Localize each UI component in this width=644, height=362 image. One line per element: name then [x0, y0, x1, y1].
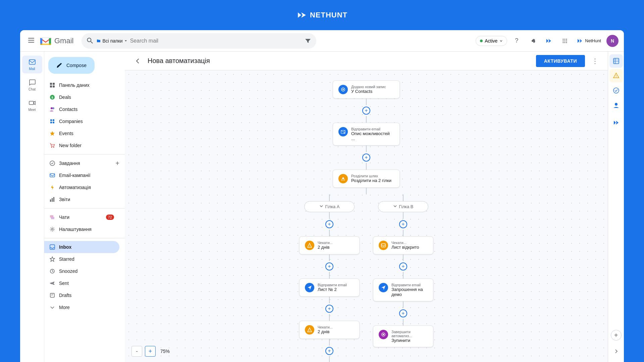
chat-label: Chat — [29, 87, 36, 91]
hamburger-button[interactable] — [25, 35, 37, 47]
nav-sent[interactable]: Sent — [44, 277, 119, 289]
right-panel-check-icon[interactable] — [609, 84, 623, 97]
svg-rect-42 — [50, 245, 55, 249]
gear-icon — [529, 38, 536, 44]
branch-a-add-3[interactable]: + — [325, 305, 333, 313]
settings-button[interactable] — [526, 34, 539, 48]
nav-more[interactable]: More — [44, 301, 119, 313]
svg-point-11 — [565, 40, 566, 41]
svg-rect-55 — [613, 58, 619, 64]
nav-drafts-label: Drafts — [59, 293, 71, 298]
split-title: Розділити на 2 гілки — [351, 178, 394, 183]
nav-inbox-label: Inbox — [59, 244, 71, 250]
right-panel-add-button[interactable]: + — [611, 330, 622, 341]
automation-canvas[interactable]: Додано новий запис У Contacts + — [125, 70, 608, 362]
avatar[interactable]: N — [606, 35, 619, 47]
send-email-b-node[interactable]: Відправити email Запрошення на демо — [373, 279, 433, 301]
wait-b1-node[interactable]: Чекати... Лист відкрито — [373, 236, 433, 254]
search-input[interactable] — [130, 38, 303, 44]
nav-starred-label: Starred — [59, 256, 74, 262]
end-b-node[interactable]: Завершити автоматиз... Зупинити — [373, 325, 433, 347]
branch-a-add-2[interactable]: + — [325, 262, 333, 270]
send-email-node-1[interactable]: Відправити email Опис можливостей ... — [333, 123, 400, 145]
wait-a2-node[interactable]: ! Чекати... 2 днів — [299, 321, 360, 339]
right-panel-person-icon[interactable] — [609, 99, 623, 112]
trigger-node[interactable]: Додано новий запис У Contacts — [333, 80, 400, 99]
svg-point-58 — [613, 88, 619, 93]
nethunt-logo: NETHUNT — [297, 10, 347, 20]
grid-icon — [50, 82, 55, 88]
sidebar-item-chat[interactable]: Chat — [22, 76, 42, 94]
right-panel-nethunt-icon[interactable] — [609, 116, 623, 129]
send-email-a2-node[interactable]: Відправити email Лист № 2 — [299, 279, 360, 297]
nav-reports[interactable]: Звіти — [44, 193, 119, 205]
nav-contacts[interactable]: Contacts — [44, 103, 119, 115]
nav-starred[interactable]: Starred — [44, 253, 119, 265]
add-btn-2[interactable]: + — [362, 154, 370, 162]
nav-inbox[interactable]: Inbox — [44, 241, 119, 253]
sidebar-item-mail[interactable]: Mail — [22, 56, 42, 73]
flow-container: Додано новий запис У Contacts + — [299, 80, 433, 362]
compose-button[interactable]: Compose — [48, 57, 95, 74]
zoom-in-button[interactable]: + — [145, 346, 156, 357]
nav-snoozed-label: Snoozed — [59, 268, 77, 274]
nav-snoozed[interactable]: Snoozed — [44, 265, 119, 277]
branch-b-add-3[interactable]: + — [399, 309, 407, 317]
add-btn-1[interactable]: + — [362, 107, 370, 115]
nav-tasks[interactable]: Завдання + — [44, 157, 125, 169]
trigger-icon — [338, 85, 348, 94]
branch-a-conn7 — [329, 339, 330, 346]
nethunt-btn-label: NetHunt — [585, 38, 601, 43]
svg-rect-26 — [50, 119, 52, 121]
search-bar: Всі папки — [82, 33, 316, 49]
all-folders-button[interactable]: Всі папки — [96, 38, 127, 44]
branch-a-add-1[interactable]: + — [325, 220, 333, 228]
zoom-out-button[interactable]: - — [131, 346, 142, 357]
branch-a-add-4[interactable]: + — [325, 347, 333, 355]
apps-button[interactable] — [558, 34, 572, 48]
wait-a1-node[interactable]: ! Чекати... 2 днів — [299, 236, 360, 254]
activate-button[interactable]: АКТИВУВАТИ — [536, 55, 585, 67]
sidebar-item-meet[interactable]: Meet — [22, 97, 42, 114]
help-button[interactable]: ? — [510, 34, 523, 48]
nav-email-campaigns[interactable]: Email-кампанії — [44, 169, 119, 181]
nav-dashboard[interactable]: Панель даних — [44, 79, 119, 91]
branch-b-conn4 — [403, 272, 404, 279]
svg-rect-17 — [29, 101, 34, 105]
svg-text:!: ! — [309, 329, 310, 332]
nav-deals[interactable]: $ Deals — [44, 91, 119, 103]
branch-a-button[interactable]: Гілка А — [304, 201, 355, 212]
branch-b-button[interactable]: Гілка B — [378, 201, 428, 212]
nethunt-icon — [545, 38, 552, 44]
nethunt-account-button[interactable]: NetHunt — [574, 37, 604, 45]
right-panel-scroll-right[interactable] — [609, 345, 623, 358]
active-status-badge[interactable]: Active — [476, 36, 507, 46]
more-options-button[interactable]: ⋮ — [589, 55, 601, 67]
nav-drafts[interactable]: Drafts — [44, 289, 119, 301]
send-email-a2-icon — [305, 283, 314, 292]
nav-chats-label: Чати — [59, 215, 69, 220]
branch-b-add-2[interactable]: + — [399, 262, 407, 270]
table-icon — [613, 58, 620, 64]
tasks-add-icon[interactable]: + — [115, 160, 119, 167]
back-button[interactable] — [131, 55, 144, 67]
branch-b-conn5 — [403, 301, 404, 308]
tasks-icon — [50, 161, 55, 166]
right-panel-warning-icon[interactable]: ! — [609, 69, 623, 82]
svg-marker-30 — [50, 131, 55, 136]
nav-companies[interactable]: Companies — [44, 115, 119, 127]
branch-b-add-1[interactable]: + — [399, 220, 407, 228]
left-sidebar: Mail Chat Meet — [20, 52, 44, 362]
trigger-title: У Contacts — [351, 89, 394, 94]
sent-icon — [50, 281, 55, 286]
nethunt-extension-button[interactable] — [542, 34, 555, 48]
nav-events[interactable]: Events — [44, 127, 119, 139]
nav-settings[interactable]: Налаштування — [44, 223, 119, 235]
nav-new-folder[interactable]: New folder — [44, 139, 119, 152]
split-node[interactable]: Розділити шлях Розділити на 2 гілки — [333, 170, 400, 188]
send-email-b-icon — [379, 283, 388, 292]
nav-automation[interactable]: Автоматизація — [44, 181, 119, 193]
send-email-b-label: Відправити email — [391, 283, 428, 287]
right-panel-table-icon[interactable] — [609, 54, 623, 68]
nav-chats[interactable]: Чати 72 — [44, 211, 119, 223]
